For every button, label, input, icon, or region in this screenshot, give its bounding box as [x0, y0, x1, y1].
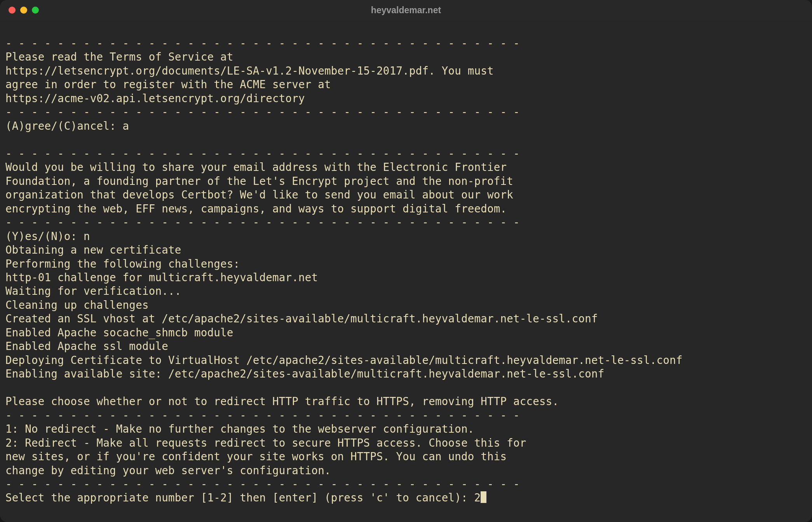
terminal-line: - - - - - - - - - - - - - - - - - - - - … — [5, 106, 520, 118]
terminal-prompt: Select the appropriate number [1-2] then… — [5, 491, 481, 504]
terminal-line: - - - - - - - - - - - - - - - - - - - - … — [5, 216, 520, 228]
terminal-line: Enabled Apache socache_shmcb module — [5, 326, 233, 339]
terminal-line: https://letsencrypt.org/documents/LE-SA-… — [5, 64, 494, 77]
terminal-line: - - - - - - - - - - - - - - - - - - - - … — [5, 478, 520, 490]
cursor-icon — [481, 491, 486, 503]
terminal-line: Please choose whether or not to redirect… — [5, 395, 559, 407]
terminal-window: heyvaldemar.net - - - - - - - - - - - - … — [0, 0, 812, 522]
terminal-line: Created an SSL vhost at /etc/apache2/sit… — [5, 312, 598, 325]
terminal-line: 1: No redirect - Make no further changes… — [5, 423, 474, 435]
window-titlebar: heyvaldemar.net — [0, 0, 812, 20]
terminal-line: change by editing your web server's conf… — [5, 464, 331, 477]
close-button[interactable] — [9, 7, 16, 14]
terminal-line: Waiting for verification... — [5, 285, 181, 297]
window-title: heyvaldemar.net — [0, 5, 812, 16]
terminal-line: new sites, or if you're confident your s… — [5, 450, 507, 463]
terminal-line: http-01 challenge for multicraft.heyvald… — [5, 271, 318, 284]
terminal-line: - - - - - - - - - - - - - - - - - - - - … — [5, 37, 520, 49]
window-controls — [0, 7, 39, 14]
terminal-line: Deploying Certificate to VirtualHost /et… — [5, 354, 683, 366]
zoom-button[interactable] — [32, 7, 39, 14]
terminal-line: - - - - - - - - - - - - - - - - - - - - … — [5, 147, 520, 160]
terminal-line: - - - - - - - - - - - - - - - - - - - - … — [5, 409, 520, 421]
terminal-line: Enabled Apache ssl module — [5, 340, 168, 352]
terminal-line: (A)gree/(C)ancel: a — [5, 120, 129, 132]
terminal-line: Enabling available site: /etc/apache2/si… — [5, 367, 605, 380]
terminal-line: encrypting the web, EFF news, campaigns,… — [5, 202, 507, 215]
terminal-line: Please read the Terms of Service at — [5, 50, 233, 63]
terminal-line: agree in order to register with the ACME… — [5, 78, 331, 90]
terminal-line: Would you be willing to share your email… — [5, 161, 507, 173]
terminal-line: Foundation, a founding partner of the Le… — [5, 175, 513, 187]
terminal-line: Performing the following challenges: — [5, 258, 240, 270]
minimize-button[interactable] — [20, 7, 27, 14]
terminal-line: 2: Redirect - Make all requests redirect… — [5, 437, 526, 449]
terminal-line: https://acme-v02.api.letsencrypt.org/dir… — [5, 92, 305, 104]
terminal-line: Cleaning up challenges — [5, 299, 149, 311]
terminal-line: Obtaining a new certificate — [5, 244, 181, 256]
terminal-line: (Y)es/(N)o: n — [5, 230, 90, 242]
terminal-output[interactable]: - - - - - - - - - - - - - - - - - - - - … — [0, 20, 812, 522]
terminal-line: organization that develops Certbot? We'd… — [5, 188, 513, 201]
